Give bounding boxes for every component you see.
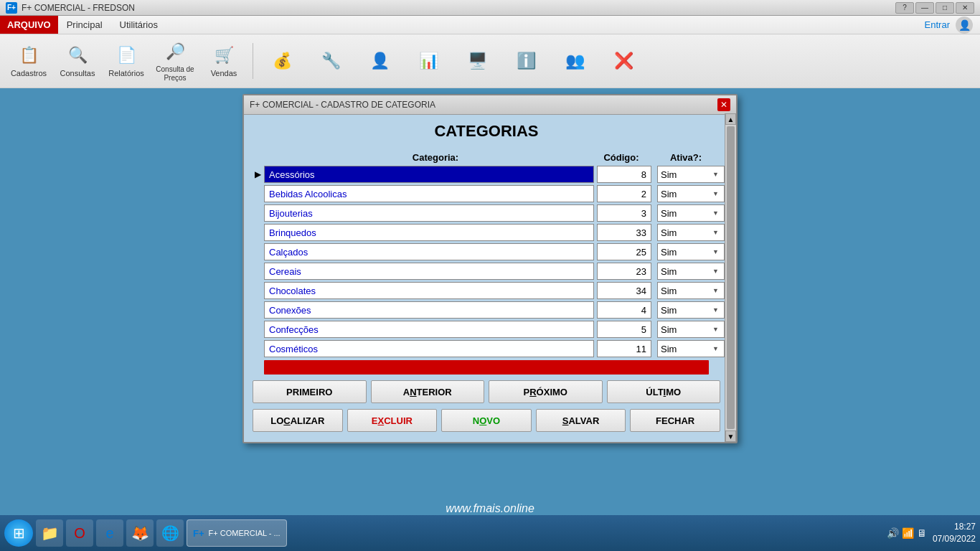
maximize-button[interactable]: □: [936, 2, 954, 14]
toolbar-item-8[interactable]: 👤: [357, 47, 402, 75]
categoria-input[interactable]: [264, 166, 594, 183]
help-button[interactable]: ?: [895, 2, 914, 14]
taskbar-ie[interactable]: e: [96, 519, 123, 547]
taskbar-firefox[interactable]: 🦊: [126, 519, 154, 547]
network-icon[interactable]: 📶: [902, 527, 914, 539]
codigo-input[interactable]: [597, 340, 651, 357]
btn-excluir[interactable]: EXCLUIR: [347, 409, 438, 432]
title-bar: F+ F+ COMERCIAL - FREDSON ? — □ ✕: [0, 0, 980, 16]
btn-ultimo[interactable]: ÚLTIMO: [607, 380, 721, 403]
codigo-input[interactable]: [597, 301, 651, 319]
window-title: F+ COMERCIAL - FREDSON: [22, 3, 135, 13]
categoria-input[interactable]: [264, 204, 594, 222]
ativa-select[interactable]: SimNão: [657, 243, 725, 260]
ativa-select[interactable]: SimNão: [657, 185, 725, 202]
toolbar-consultas[interactable]: 🔍 Consultas: [55, 41, 100, 81]
volume-icon[interactable]: 🔊: [887, 527, 899, 539]
toolbar-item-13[interactable]: ❌: [600, 47, 646, 75]
taskbar-app-label: F+ COMERCIAL - ...: [209, 529, 281, 537]
group-icon: 👥: [563, 50, 586, 72]
close-button[interactable]: ✕: [956, 2, 974, 14]
minimize-button[interactable]: —: [915, 2, 934, 14]
codigo-input[interactable]: [597, 321, 651, 338]
display-icon[interactable]: 🖥: [917, 527, 927, 539]
ativa-select[interactable]: SimNão: [657, 204, 725, 222]
dialog-scrollbar[interactable]: ▲ ▼: [725, 113, 736, 442]
toolbar-item-7[interactable]: 🔧: [308, 47, 354, 75]
ativa-select[interactable]: SimNão: [657, 340, 725, 357]
btn-salvar-label: SALVAR: [562, 415, 600, 426]
consulta-precos-icon: 🔎: [164, 40, 187, 63]
codigo-input[interactable]: [597, 185, 651, 202]
taskbar-explorer[interactable]: 📁: [36, 519, 63, 547]
btn-primeiro[interactable]: PRIMEIRO: [253, 380, 367, 403]
btn-salvar[interactable]: SALVAR: [536, 409, 626, 432]
taskbar-chrome[interactable]: 🌐: [156, 519, 184, 547]
toolbar-consulta-precos[interactable]: 🔎 Consulta de Preços: [152, 37, 198, 85]
toolbar-item-10[interactable]: 🖥️: [454, 47, 500, 75]
toolbar-item-12[interactable]: 👥: [552, 47, 598, 75]
categoria-input[interactable]: [264, 301, 594, 319]
btn-anterior[interactable]: ANTERIOR: [371, 380, 485, 403]
entrar-button[interactable]: Entrar: [925, 19, 950, 30]
categoria-input[interactable]: [264, 185, 594, 202]
codigo-input[interactable]: [597, 224, 651, 241]
btn-ultimo-label: ÚLTIMO: [646, 387, 681, 397]
categoria-input[interactable]: [264, 321, 594, 338]
codigo-input[interactable]: [597, 243, 651, 260]
codigo-input[interactable]: [597, 282, 651, 299]
codigo-input[interactable]: [597, 263, 651, 280]
scrollbar-thumb[interactable]: [727, 126, 735, 429]
menu-arquivo[interactable]: ARQUIVO: [0, 16, 58, 34]
dialog-title: F+ COMERCIAL - CADASTRO DE CATEGORIA: [250, 100, 435, 110]
cadastros-icon: 📋: [17, 44, 40, 67]
toolbar-relatorios[interactable]: 📄 Relatórios: [103, 41, 149, 81]
categoria-input[interactable]: [264, 224, 594, 241]
ativa-select[interactable]: SimNão: [657, 321, 725, 338]
menu-principal[interactable]: Principal: [58, 16, 111, 34]
ativa-select[interactable]: SimNão: [657, 224, 725, 241]
categoria-input[interactable]: [264, 340, 594, 357]
chart-icon: 📊: [417, 50, 440, 72]
table-row: SimNão: [251, 321, 722, 338]
taskbar-clock[interactable]: 18:27 07/09/2022: [933, 521, 976, 545]
btn-fechar[interactable]: FECHAR: [630, 409, 720, 432]
codigo-input[interactable]: [597, 166, 651, 183]
user-avatar[interactable]: 👤: [956, 17, 973, 34]
btn-proximo[interactable]: PRÓXIMO: [489, 380, 603, 403]
ativa-select[interactable]: SimNão: [657, 282, 725, 299]
dialog-close-button[interactable]: ✕: [717, 98, 730, 111]
codigo-input[interactable]: [597, 204, 651, 222]
new-row-bar: [264, 360, 709, 375]
toolbar-vendas-label: Vendas: [211, 69, 237, 78]
row-selector-arrow: ▶: [251, 169, 264, 179]
col-header-categoria: Categoria:: [278, 152, 593, 163]
ativa-select[interactable]: SimNão: [657, 166, 725, 183]
categoria-input[interactable]: [264, 282, 594, 299]
toolbar-item-9[interactable]: 📊: [405, 47, 451, 75]
consultas-icon: 🔍: [66, 44, 89, 67]
taskbar-opera[interactable]: O: [66, 519, 93, 547]
toolbar-relatorios-label: Relatórios: [108, 69, 144, 78]
system-tray: 🔊 📶 🖥: [887, 527, 927, 539]
ativa-select[interactable]: SimNão: [657, 263, 725, 280]
categoria-input[interactable]: [264, 243, 594, 260]
categoria-input[interactable]: [264, 263, 594, 280]
toolbar-vendas[interactable]: 🛒 Vendas: [201, 41, 247, 81]
toolbar-item-6[interactable]: 💰: [259, 47, 305, 75]
scrollbar-down-button[interactable]: ▼: [725, 430, 736, 442]
ativa-select[interactable]: SimNão: [657, 301, 725, 319]
window-controls: ? — □ ✕: [895, 2, 974, 14]
btn-novo[interactable]: NOVO: [441, 409, 532, 432]
ativa-dropdown-wrap: SimNão: [654, 321, 722, 338]
start-button[interactable]: ⊞: [4, 519, 33, 547]
toolbar-item-11[interactable]: ℹ️: [503, 47, 549, 75]
table-row: SimNão: [251, 204, 722, 222]
menu-utilitarios[interactable]: Utilitários: [111, 16, 166, 34]
btn-localizar[interactable]: LOCALIZAR: [253, 409, 343, 432]
scrollbar-up-button[interactable]: ▲: [725, 113, 736, 125]
taskbar-fcomercial[interactable]: F+ F+ COMERCIAL - ...: [187, 519, 287, 547]
toolbar-cadastros[interactable]: 📋 Cadastros: [6, 41, 52, 81]
btn-excluir-label: EXCLUIR: [372, 415, 413, 426]
column-headers: Categoria: Código: Ativa?:: [251, 152, 722, 163]
